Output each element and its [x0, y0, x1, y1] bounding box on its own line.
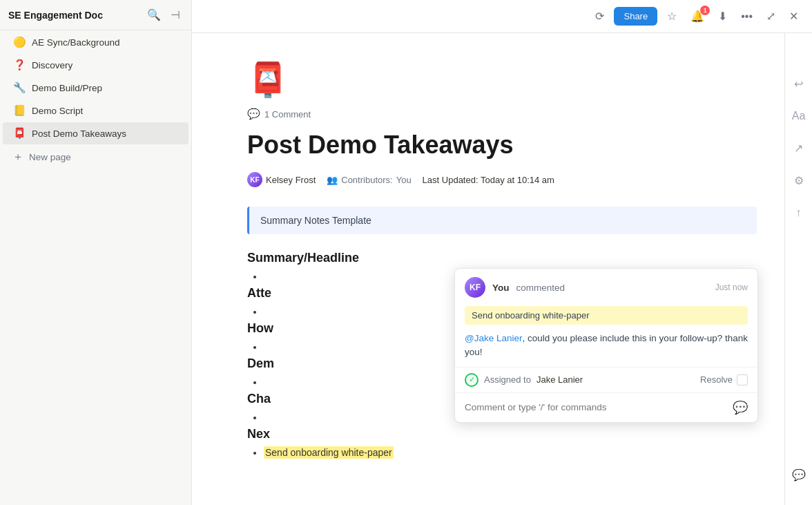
- author-avatar: KF: [247, 172, 262, 187]
- share-side-button[interactable]: ↗: [791, 139, 806, 158]
- comment-input[interactable]: [465, 402, 727, 412]
- sidebar-item-post-demo[interactable]: 📮 Post Demo Takeaways: [3, 122, 188, 144]
- sidebar-item-post-demo-label: Post Demo Takeaways: [32, 128, 126, 139]
- sidebar-item-demo-build-label: Demo Build/Prep: [32, 83, 102, 93]
- section-summary-heading: Summary/Headline: [247, 251, 757, 265]
- assigned-label: Assigned to: [484, 374, 531, 385]
- notification-button[interactable]: 🔔 1: [686, 7, 708, 26]
- template-callout: Summary Notes Template: [247, 207, 757, 234]
- comment-input-row: 💬: [455, 392, 757, 422]
- comment-popup: KF You commented Just now Send onboardin…: [454, 268, 758, 423]
- settings-side-button[interactable]: ⚙: [791, 171, 806, 190]
- sidebar: SE Engagement Doc 🔍 ⊣ 🟡 AE Sync/Backgrou…: [0, 0, 192, 505]
- sidebar-title: SE Engagement Doc: [8, 10, 103, 21]
- demo-script-icon: 📒: [12, 104, 26, 117]
- sidebar-item-discovery[interactable]: ❓ Discovery: [3, 54, 188, 76]
- updated-value: Today at 10:14 am: [481, 175, 554, 185]
- comment-mention: @Jake Lanier: [465, 333, 523, 343]
- favorite-button[interactable]: ☆: [663, 7, 681, 26]
- comment-body: @Jake Lanier, could you please include t…: [455, 332, 757, 367]
- sidebar-item-ae-sync-label: AE Sync/Background: [32, 37, 120, 48]
- updated-label: Last Updated:: [423, 175, 478, 185]
- sidebar-item-demo-script-label: Demo Script: [32, 106, 83, 116]
- comment-side-button[interactable]: 💬: [789, 466, 809, 484]
- search-button[interactable]: 🔍: [144, 7, 164, 23]
- comment-verb: commented: [516, 283, 566, 293]
- assigned-row: ✓ Assigned to Jake Lanier: [465, 373, 583, 387]
- close-button[interactable]: ✕: [785, 7, 802, 26]
- comment-count-text: 1 Comment: [264, 109, 311, 120]
- sidebar-header-icons: 🔍 ⊣: [144, 7, 183, 23]
- side-actions: ↩ Aa ↗ ⚙ ↑ 💬: [784, 33, 812, 505]
- contributors-label: Contributors:: [341, 175, 392, 185]
- page-content: 📮 💬 1 Comment Post Demo Takeaways KF Kel…: [192, 33, 812, 505]
- nav-items: 🟡 AE Sync/Background ❓ Discovery 🔧 Demo …: [0, 30, 191, 170]
- comment-time: Just now: [715, 283, 748, 292]
- discovery-icon: ❓: [12, 59, 26, 71]
- contributors-value: You: [396, 175, 412, 185]
- download-button[interactable]: ⬇: [714, 7, 731, 26]
- send-comment-button[interactable]: 💬: [733, 400, 748, 415]
- resolve-checkbox[interactable]: [737, 374, 748, 385]
- typography-button[interactable]: Aa: [789, 107, 809, 125]
- sidebar-item-demo-script[interactable]: 📒 Demo Script: [3, 99, 188, 122]
- comment-highlight-bar: Send onboarding white-paper: [465, 306, 748, 325]
- ae-sync-icon: 🟡: [12, 36, 26, 48]
- new-page-button[interactable]: ＋ New page: [3, 145, 188, 169]
- more-options-button[interactable]: •••: [737, 8, 757, 26]
- sidebar-toggle-button[interactable]: ⊣: [168, 7, 183, 23]
- sidebar-item-demo-build-prep[interactable]: 🔧 Demo Build/Prep: [3, 77, 188, 99]
- assignee-name: Jake Lanier: [536, 374, 583, 385]
- comment-author-name: You: [492, 283, 510, 293]
- page-icon: 📮: [247, 61, 757, 99]
- resolve-button[interactable]: Resolve: [700, 374, 748, 385]
- sidebar-item-ae-sync[interactable]: 🟡 AE Sync/Background: [3, 31, 188, 53]
- comment-bubble-icon: 💬: [247, 108, 260, 120]
- collapse-side-button[interactable]: ↩: [791, 75, 806, 93]
- notification-badge: 1: [700, 6, 710, 15]
- highlighted-bullet-text: Send onboarding white-paper: [264, 446, 394, 459]
- share-button[interactable]: Share: [614, 7, 657, 26]
- next-bullet: Send onboarding white-paper: [264, 447, 757, 458]
- fullscreen-button[interactable]: ⤢: [762, 7, 780, 26]
- check-circle-icon: ✓: [465, 373, 478, 387]
- sidebar-header: SE Engagement Doc 🔍 ⊣: [0, 0, 191, 30]
- resolve-label: Resolve: [700, 374, 733, 385]
- comment-avatar: KF: [465, 277, 485, 298]
- template-text: Summary Notes Template: [260, 215, 371, 226]
- export-side-button[interactable]: ↑: [793, 204, 804, 222]
- comment-header: KF You commented Just now: [455, 269, 757, 303]
- demo-build-icon: 🔧: [12, 82, 26, 94]
- plus-icon: ＋: [12, 150, 23, 164]
- author-row: KF Kelsey Frost: [247, 172, 316, 187]
- new-page-label: New page: [29, 152, 71, 162]
- history-button[interactable]: ⟳: [591, 7, 608, 26]
- sidebar-item-discovery-label: Discovery: [32, 60, 72, 70]
- comment-author-row: KF You commented: [465, 277, 565, 298]
- main-content: ⟳ Share ☆ 🔔 1 ⬇ ••• ⤢ ✕ 📮 💬 1 Comment Po…: [192, 0, 812, 505]
- post-demo-icon: 📮: [12, 127, 26, 140]
- last-updated-row: Last Updated: Today at 10:14 am: [423, 175, 554, 185]
- comment-count-row: 💬 1 Comment: [247, 108, 757, 120]
- topbar: ⟳ Share ☆ 🔔 1 ⬇ ••• ⤢ ✕: [192, 0, 812, 33]
- author-name: Kelsey Frost: [266, 175, 316, 185]
- page-title: Post Demo Takeaways: [247, 130, 757, 160]
- contributors-row: 👥 Contributors: You: [327, 175, 411, 185]
- comment-footer: ✓ Assigned to Jake Lanier Resolve: [455, 367, 757, 392]
- page-meta: KF Kelsey Frost 👥 Contributors: You Last…: [247, 172, 757, 187]
- section-next-heading: Next steps: [247, 427, 757, 441]
